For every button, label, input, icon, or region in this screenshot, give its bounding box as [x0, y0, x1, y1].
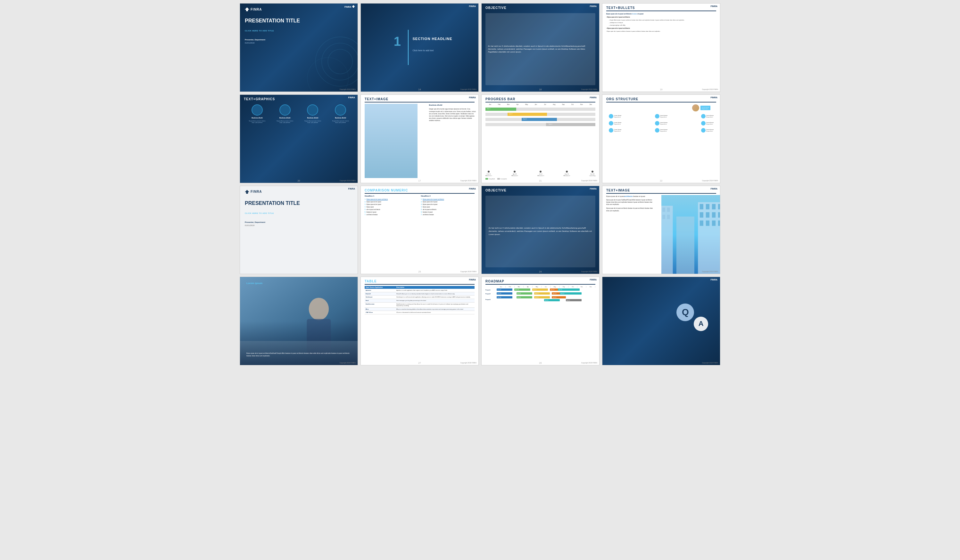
table-row-4: Herd Herd manages your big data processi…: [365, 299, 475, 303]
cn-link-2-1: Eipsa quae ab et quasi architecto: [422, 198, 444, 201]
org-circle-1-3: [701, 114, 706, 118]
slide-10: FINRA COMPARISON NUMERIC Headline 1 1. E…: [360, 186, 479, 274]
circle-label-4: Bunksia dhsfd: [335, 117, 346, 119]
table-col2-header: Description: [395, 286, 475, 289]
task1-label: Task 1: [487, 108, 491, 110]
slide12-body: Eipsa quae ab et quasi Sadflasdff Ewqd d…: [606, 199, 656, 206]
table-header: Open Source Application Description: [365, 286, 475, 289]
slide15-line: [485, 284, 595, 285]
slide-16: FINRA Q A Copyright 2018 FINRA: [602, 277, 720, 365]
table-row-3: Gatekeeper Gatekeeper is a self-served w…: [365, 295, 475, 299]
logo-text-9: FINRA: [251, 190, 262, 193]
table-row3-desc: Gatekeeper is a self-served web applicat…: [395, 295, 475, 299]
slide4-copyright: Copyright 2018 FINRA: [702, 88, 718, 90]
finra-logo-9: FINRA: [348, 188, 355, 190]
project3-label: Project3: [485, 299, 497, 300]
slide6-image: [365, 104, 418, 178]
org-node-3-3: Lorem IpsumDepartment: [701, 128, 714, 132]
table-row4-desc: Herd manages your big data processing in…: [395, 299, 475, 302]
org-node-text-3-1: Lorem IpsumDepartment: [614, 129, 621, 132]
org-node-2-1: Lorem IpsumDepartment: [609, 121, 621, 126]
milestone-dot-2: [514, 171, 515, 172]
finra-logo-11: FINRA: [590, 188, 597, 190]
slide13-text: Eipsa quae ab et quasi architectoSadfxad…: [246, 352, 351, 357]
slide4-title: TEXT+BULLETS: [606, 6, 635, 10]
task2-row: Task 2: [485, 113, 595, 116]
svg-rect-13: [667, 215, 670, 219]
slide9-presenter: Presenter, Department: [245, 221, 265, 223]
milestone-label-5: Dec 09Launching: [590, 173, 595, 176]
org-circle-2-1: [609, 121, 613, 126]
table-row-6: MLiy MLiy is a machine learning platform…: [365, 308, 475, 311]
milestone-4: Sep 19Milestone 4: [563, 171, 570, 176]
cn-item-2-3: 3. Eipsa quae ab et quasi: [421, 203, 475, 206]
table-row6-desc: MLiy is a machine learning platform that…: [395, 308, 475, 311]
milestone-label-1: Feb 15Milestone 1: [485, 173, 492, 176]
org-node-text-2-3: Lorem IpsumDepartment: [706, 122, 714, 125]
slide4-line: [606, 11, 716, 11]
slide3-title: OBJECTIVE: [485, 6, 507, 10]
slide10-cols: Headline 1 1. Eipsa quae ab et quasi arc…: [365, 195, 475, 269]
logo-area-1: FINRA: [245, 7, 262, 11]
rm-month-aug: Aug: [550, 286, 560, 287]
org-node-3-1: Lorem IpsumDepartment: [609, 128, 621, 132]
slide12-copyright: Copyright 2018 FINRA: [702, 271, 718, 273]
milestone-2: Apr 28Milestone 2: [511, 171, 518, 176]
slide-9: FINRA FINRA PRESENTATION TITLE CLICK HER…: [240, 186, 358, 274]
logo-text-1: FINRA: [251, 8, 262, 11]
circle-3: Bunksia dhsfd Suspendisse posuere viverr…: [304, 104, 322, 123]
table-row1-desc: Aphelion is a web application that captu…: [395, 289, 475, 292]
legend-incomplete-box: [497, 178, 500, 180]
org-node-text-1-2: Lorem IpsumDepartment: [660, 115, 667, 118]
slide3-copyright: Copyright 2018 FINRA: [581, 88, 597, 90]
slide-8: FINRA ORG STRUCTURE Lorem Ipsum Departme…: [602, 94, 720, 183]
month-may: May: [522, 104, 531, 105]
table-row2-desc: ElasticD allows you to run industry stan…: [395, 292, 475, 295]
slide-3: FINRA OBJECTIVE Es hat nicht nur 5 Jahrh…: [481, 3, 600, 92]
p2-task1e: Task 1-E: [560, 292, 582, 295]
task3-row: Task 3: [485, 118, 595, 121]
slide6-body: Integer quis elit sit amet augue tempor …: [429, 108, 476, 122]
cn-item-2-2: 2. Eipsa quae ab et quasi: [421, 201, 475, 203]
milestone-5: Dec 09Launching: [590, 171, 595, 176]
circle-label-2: Bunksia dhsfd: [279, 117, 290, 119]
legend-completed-box: [485, 178, 488, 180]
slide12-image: [661, 195, 720, 274]
slide-7: FINRA PROGRESS BAR Jan Feb Mar Apr May J…: [481, 94, 600, 183]
circle-2: Bunksia dhsfd Suspendisse posuere viverr…: [276, 104, 294, 123]
slide14-table: Open Source Application Description Aphe…: [365, 286, 475, 360]
circle-desc-4: Suspendisse posuere viverra turps, quis …: [332, 120, 349, 123]
svg-rect-18: [712, 204, 715, 209]
slide-12: FINRA TEXT+IMAGE Eipsa quae ab et quasia…: [602, 186, 720, 274]
rm-month-nov: Nov: [578, 286, 586, 287]
p3-task3e: Task 3-E: [544, 299, 560, 301]
slide9-title: PRESENTATION TITLE: [245, 200, 300, 206]
slide7-bars: Task 1 Task 2 Task 3 Task: [485, 108, 595, 128]
milestone-label-4: Sep 19Milestone 4: [563, 173, 570, 176]
svg-rect-25: [706, 220, 709, 226]
cn-item-2-4: 4. Eipsa quae: [421, 206, 475, 209]
slide14-title: TABLE: [365, 279, 377, 283]
milestone-dot-5: [592, 171, 594, 172]
slide5-title: TEXT+GRAPHICS: [244, 97, 275, 101]
slide12-text-area: Eipsa quae ab et quasiarchitecto beatae …: [606, 195, 656, 269]
milestone-label-3: Jul 12Milestone 3: [538, 173, 544, 176]
slide9-date: 01/01/2018: [245, 225, 254, 227]
table-row1-app: Aphelion: [365, 289, 395, 292]
month-apr: Apr: [513, 104, 522, 105]
slide8-nodes: Lorem IpsumDepartment Lorem IpsumDepartm…: [609, 114, 714, 178]
table-row6-app: MLiy: [365, 308, 395, 311]
qa-a-circle: A: [694, 317, 708, 331]
cn-item-1-3: 3. Eipsa quae ab et quasi: [365, 203, 419, 206]
legend-completed-label: Completed: [489, 178, 495, 180]
slide10-line: [365, 193, 475, 194]
slide15-title: ROADMAP: [485, 279, 504, 283]
project3-bars: Task 3-A Task 3-B Task 3-C Task 3-D Task…: [497, 296, 595, 303]
slide2-title: SECTION HEADLINE: [413, 37, 452, 41]
org-row-2: Lorem IpsumDepartment Lorem IpsumDepartm…: [609, 121, 714, 126]
org-circle-1-1: [609, 114, 613, 118]
qa-q-circle: Q: [677, 303, 694, 321]
cn-item-1-2: 2. Eipsa quae ab et quasi: [365, 201, 419, 203]
svg-rect-12: [662, 215, 665, 219]
slide2-copyright: Copyright 2018 FINRA: [461, 88, 477, 90]
